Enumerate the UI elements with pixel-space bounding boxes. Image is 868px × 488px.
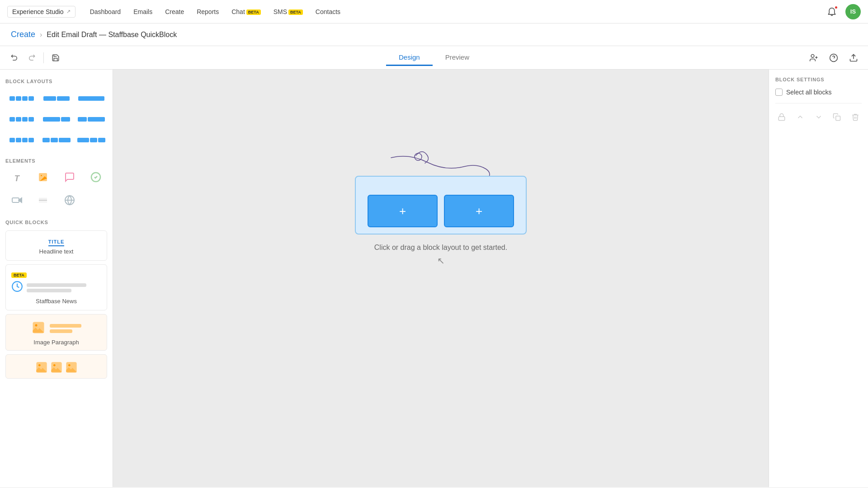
quick-blocks-title: QUICK BLOCKS: [5, 220, 107, 225]
qb-imgpara-line-2: [50, 329, 72, 333]
element-image[interactable]: [32, 169, 54, 188]
select-all-checkbox[interactable]: [775, 89, 783, 96]
drop-cell-2[interactable]: +: [444, 195, 514, 227]
nav-actions: IS: [825, 4, 861, 19]
quick-blocks-list: TITLE Headline text BETA Staffbase News: [5, 230, 107, 379]
svg-point-7: [41, 175, 42, 176]
element-chat[interactable]: [58, 169, 81, 188]
element-video[interactable]: [5, 192, 28, 211]
svg-point-20: [38, 364, 41, 366]
top-nav: Experience Studio ↗ Dashboard Emails Cre…: [0, 0, 868, 23]
element-check[interactable]: [85, 169, 107, 188]
cursor-indicator: ↖: [437, 255, 445, 266]
drop-zone-cells: + +: [368, 195, 514, 227]
sms-beta-badge: BETA: [288, 9, 303, 15]
toolbar-tabs: Design Preview: [386, 50, 482, 66]
toolbar-left: [7, 51, 63, 65]
drop-cell-1[interactable]: +: [368, 195, 438, 227]
canvas-drop-area[interactable]: + + Click or drag a block layout to get …: [113, 70, 769, 341]
help-button[interactable]: [826, 51, 841, 65]
canvas-area[interactable]: + + Click or drag a block layout to get …: [113, 70, 769, 487]
block-settings-title: BLOCK SETTINGS: [775, 77, 862, 82]
layout-2-1-1[interactable]: [75, 131, 107, 149]
logo-label: Experience Studio: [12, 8, 64, 15]
element-divider[interactable]: [32, 192, 54, 211]
chat-beta-badge: BETA: [246, 9, 261, 15]
qb-imgpara-img-icon: [32, 321, 45, 336]
avatar[interactable]: IS: [845, 4, 861, 19]
layout-1-1-2[interactable]: [40, 131, 72, 149]
notification-dot: [834, 5, 838, 9]
quick-block-title-headline[interactable]: TITLE Headline text: [5, 230, 107, 261]
nav-emails[interactable]: Emails: [133, 6, 152, 17]
delete-button[interactable]: [849, 110, 862, 124]
nav-create[interactable]: Create: [165, 6, 184, 17]
drop-illustration: + +: [346, 144, 536, 235]
qb-gallery-images: [11, 361, 101, 374]
svg-point-18: [35, 324, 37, 327]
nav-dashboard[interactable]: Dashboard: [90, 6, 121, 17]
select-all-label: Select all blocks: [786, 89, 831, 96]
layout-1-2[interactable]: [75, 110, 107, 128]
qb-news-icon: [11, 281, 23, 295]
save-button[interactable]: [48, 51, 63, 65]
export-button[interactable]: [846, 51, 861, 65]
chat-icon: [64, 172, 75, 185]
svg-point-22: [53, 364, 56, 366]
redo-button[interactable]: [24, 51, 39, 65]
layout-4col-2[interactable]: [5, 110, 38, 128]
block-layouts-grid: [5, 89, 107, 149]
qb-news-content: [11, 281, 101, 295]
quick-block-staffbase-news[interactable]: BETA Staffbase News: [5, 264, 107, 310]
layout-2col[interactable]: [40, 89, 72, 108]
qb-title-label: TITLE: [48, 239, 65, 246]
main-layout: BLOCK LAYOUTS: [0, 70, 868, 487]
layout-1col-wide[interactable]: [75, 89, 107, 108]
layout-4col-3[interactable]: [5, 131, 38, 149]
toolbar-divider: [43, 52, 44, 63]
move-down-button[interactable]: [812, 110, 825, 124]
nav-contacts[interactable]: Contacts: [316, 6, 340, 17]
block-layouts-title: BLOCK LAYOUTS: [5, 79, 107, 84]
lock-block-button[interactable]: [775, 110, 788, 124]
element-globe[interactable]: [58, 192, 81, 211]
svg-point-25: [415, 153, 422, 160]
right-panel: BLOCK SETTINGS Select all blocks: [769, 70, 868, 487]
select-all-row: Select all blocks: [775, 89, 862, 96]
breadcrumb-separator: ›: [40, 31, 42, 39]
toolbar: Design Preview: [0, 46, 868, 70]
canvas-hint-text: Click or drag a block layout to get star…: [374, 244, 507, 252]
left-panel: BLOCK LAYOUTS: [0, 70, 113, 487]
svg-point-0: [811, 54, 814, 57]
qb-news-lines: [27, 283, 101, 292]
quick-block-gallery[interactable]: [5, 354, 107, 379]
quick-block-image-paragraph[interactable]: Image Paragraph: [5, 314, 107, 351]
globe-icon: [64, 195, 75, 208]
qb-news-name: Staffbase News: [11, 298, 101, 305]
image-icon: [38, 172, 48, 185]
qb-imgpara-line-1: [50, 324, 81, 328]
notifications-button[interactable]: [825, 5, 839, 19]
svg-rect-27: [836, 116, 840, 121]
layout-2-1[interactable]: [40, 110, 72, 128]
undo-button[interactable]: [7, 51, 22, 65]
nav-links: Dashboard Emails Create Reports ChatBETA…: [90, 6, 340, 17]
divider-icon: [38, 195, 48, 208]
duplicate-button[interactable]: [830, 110, 844, 124]
tab-design[interactable]: Design: [386, 50, 433, 66]
add-user-button[interactable]: [807, 51, 821, 65]
nav-chat[interactable]: ChatBETA: [231, 6, 260, 17]
elements-grid: T: [5, 169, 107, 211]
svg-rect-26: [779, 117, 785, 120]
element-text[interactable]: T: [5, 169, 28, 188]
nav-sms[interactable]: SMSBETA: [274, 6, 303, 17]
toolbar-right: [807, 51, 861, 65]
nav-reports[interactable]: Reports: [197, 6, 219, 17]
breadcrumb-current: Edit Email Draft — Staffbase QuickBlock: [47, 31, 177, 39]
app-logo[interactable]: Experience Studio ↗: [7, 6, 75, 18]
breadcrumb-create[interactable]: Create: [11, 30, 35, 39]
move-up-button[interactable]: [794, 110, 807, 124]
tab-preview[interactable]: Preview: [433, 50, 482, 66]
qb-imgpara-name: Image Paragraph: [11, 339, 101, 346]
layout-4col[interactable]: [5, 89, 38, 108]
